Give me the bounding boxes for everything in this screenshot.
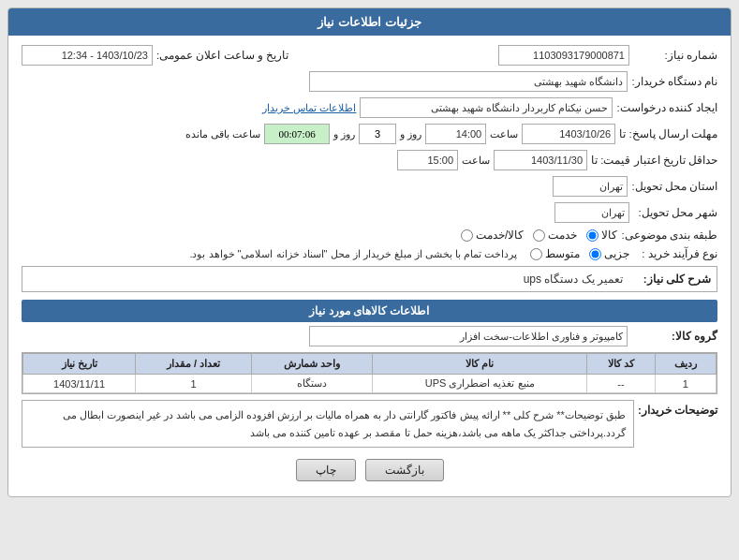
cell-unit: دستگاه (252, 375, 373, 393)
main-card: جزئیات اطلاعات نیاز شماره نیاز: تاریخ و … (7, 7, 732, 497)
hadd-date-input[interactable] (494, 150, 587, 170)
card-header: جزئیات اطلاعات نیاز (8, 8, 731, 36)
purchase-note: پرداخت تمام با بخشی از مبلغ خریدار از مح… (189, 248, 517, 260)
row-tabaghe: طبقه بندی موضوعی: کالا/خدمت خدمت کالا (22, 228, 717, 242)
hadd-label: حداقل تاریخ اعتبار قیمت: تا (591, 154, 717, 167)
sharh-label: شرح کلی نیاز: (627, 273, 711, 286)
saat-mande-input[interactable] (264, 124, 330, 144)
mohlat-date-input[interactable] (522, 124, 615, 144)
mohlat-label: مهلت ارسال پاسخ: تا (619, 127, 717, 140)
shahr-label: شهر محل تحویل: (633, 206, 717, 219)
ijad-link[interactable]: اطلاعات تماس خریدار (262, 102, 356, 114)
col-date: تاریخ نیاز (23, 354, 136, 375)
purchase-joz[interactable]: جزیی (589, 247, 629, 260)
btn-row: بازگشت چاپ (22, 459, 717, 487)
row-ijad: ایجاد کننده درخواست: اطلاعات تماس خریدار (22, 97, 717, 118)
page-title: جزئیات اطلاعات نیاز (318, 15, 421, 29)
col-unit: واحد شمارش (252, 354, 373, 375)
tarikh-input[interactable] (22, 45, 153, 66)
cell-name: منبع تغذیه اضطراری UPS (373, 375, 587, 393)
col-code: کد کالا (587, 354, 655, 375)
cell-date: 1403/11/11 (23, 375, 136, 393)
mohlat-time-input[interactable] (425, 124, 486, 144)
purchase-motavaset[interactable]: متوسط (530, 247, 580, 260)
sharh-value: تعمیر یک دستگاه ups (524, 273, 623, 286)
row-group: گروه کالا: (22, 326, 717, 346)
row-notes: توضیحات خریدار: طبق توضیحات** شرح کلی **… (22, 400, 717, 451)
page-wrapper: جزئیات اطلاعات نیاز شماره نیاز: تاریخ و … (0, 0, 739, 560)
saat-mande-label: ساعت باقی مانده (185, 128, 260, 140)
info-section-title: اطلاعات کالاهای مورد نیاز (22, 300, 717, 322)
table-row: 1 -- منبع تغذیه اضطراری UPS دستگاه 1 140… (23, 375, 717, 393)
row-shomara: شماره نیاز: تاریخ و ساعت اعلان عمومی: (22, 45, 717, 66)
nam-dastgah-label: نام دستگاه خریدار: (631, 75, 717, 88)
saat-label: ساعت (490, 128, 518, 140)
notes-label: توضیحات خریدار: (638, 400, 717, 417)
hadd-saat-label: ساعت (462, 155, 490, 167)
row-mohlat: مهلت ارسال پاسخ: تا ساعت روز و روز و ساع… (22, 124, 717, 144)
row-sharh: شرح کلی نیاز: تعمیر یک دستگاه ups (28, 273, 711, 286)
col-name: نام کالا (373, 354, 587, 375)
roz-counter[interactable] (359, 124, 396, 144)
shomara-label: شماره نیاز: (633, 49, 717, 62)
tabaghe-khedmat[interactable]: خدمت (533, 228, 577, 242)
purchase-label: نوع فرآیند خرید : (633, 247, 717, 260)
row-ostan: استان محل تحویل: (22, 176, 717, 197)
tabaghe-kala-khedmat[interactable]: کالا/خدمت (461, 228, 524, 242)
notes-content: طبق توضیحات** شرح کلی ** ارائه پیش فاکتو… (22, 400, 634, 448)
card-body: شماره نیاز: تاریخ و ساعت اعلان عمومی: نا… (8, 36, 731, 496)
purchase-radio-group: متوسط جزیی (530, 247, 629, 260)
row-purchase-type: نوع فرآیند خرید : متوسط جزیی پرداخت تمام… (22, 247, 717, 260)
ostan-input[interactable] (553, 176, 628, 197)
sharh-container: شرح کلی نیاز: تعمیر یک دستگاه ups (22, 266, 717, 292)
cell-code: -- (587, 375, 655, 393)
row-hadd: حداقل تاریخ اعتبار قیمت: تا ساعت (22, 150, 717, 170)
roz-label: روز و (400, 128, 421, 140)
ostan-label: استان محل تحویل: (631, 180, 717, 193)
ijad-label: ایجاد کننده درخواست: (616, 101, 717, 114)
back-button[interactable]: بازگشت (365, 459, 444, 481)
tabaghe-radio-group: کالا/خدمت خدمت کالا (461, 228, 617, 242)
ijad-input[interactable] (360, 97, 613, 118)
nam-dastgah-input[interactable] (309, 71, 628, 92)
print-button[interactable]: چاپ (296, 459, 356, 481)
cell-qty: 1 (136, 375, 252, 393)
tarikh-label: تاریخ و ساعت اعلان عمومی: (156, 49, 288, 62)
shahr-input[interactable] (554, 202, 629, 223)
group-input[interactable] (309, 326, 628, 346)
cell-radif: 1 (655, 375, 716, 393)
hadd-time-input[interactable] (397, 150, 458, 170)
group-label: گروه کالا: (633, 330, 717, 343)
goods-table-wrapper: ردیف کد کالا نام کالا واحد شمارش تعداد /… (22, 352, 717, 394)
shomara-input[interactable] (498, 45, 629, 66)
col-qty: تعداد / مقدار (136, 354, 252, 375)
row-nam-dastgah: نام دستگاه خریدار: (22, 71, 717, 92)
row-shahr: شهر محل تحویل: (22, 202, 717, 223)
roz-text: روز و (333, 128, 355, 140)
col-radif: ردیف (655, 354, 716, 375)
tabaghe-kala[interactable]: کالا (586, 228, 617, 242)
goods-table: ردیف کد کالا نام کالا واحد شمارش تعداد /… (22, 353, 717, 393)
tabaghe-label: طبقه بندی موضوعی: (621, 228, 717, 242)
